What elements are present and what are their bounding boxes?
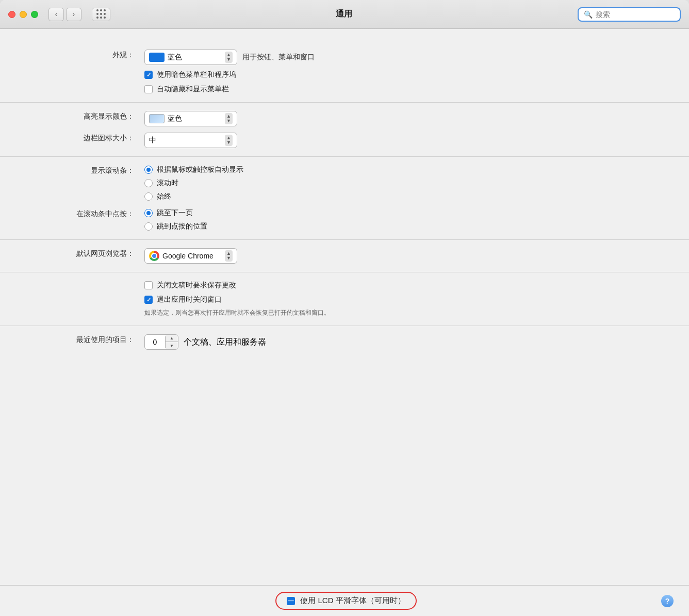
scrollbar-controls: 根据鼠标或触控板自动显示 滚动时 始终 bbox=[144, 165, 243, 201]
quit-close-note: 如果选定，则当您再次打开应用时就不会恢复已打开的文稿和窗口。 bbox=[144, 309, 330, 317]
sidebar-size-select[interactable]: 中 ▲▼ bbox=[144, 133, 237, 148]
document-label bbox=[31, 281, 144, 282]
select-arrows: ▲▼ bbox=[225, 52, 233, 63]
auto-hide-menu-row[interactable]: 自动隐藏和显示菜单栏 bbox=[144, 85, 315, 94]
scrollbar-option2-label: 滚动时 bbox=[157, 179, 178, 188]
dark-menu-checkbox[interactable] bbox=[144, 71, 153, 79]
recent-controls: 0 ▲ ▼ 个文稿、应用和服务器 bbox=[144, 334, 266, 350]
scrollbar-option2-radio[interactable] bbox=[144, 179, 153, 187]
lcd-label: 使用 LCD 平滑字体（可用时） bbox=[300, 596, 405, 606]
traffic-lights bbox=[8, 11, 38, 18]
window-title: 通用 bbox=[117, 9, 571, 20]
highlight-label: 高亮显示颜色： bbox=[31, 111, 144, 121]
sidebar-select-arrows: ▲▼ bbox=[225, 135, 233, 146]
close-ask-label: 关闭文稿时要求保存更改 bbox=[157, 281, 236, 290]
dark-menu-label: 使用暗色菜单栏和程序坞 bbox=[157, 70, 236, 79]
sidebar-size-value: 中 bbox=[149, 136, 156, 145]
sidebar-size-controls: 中 ▲▼ bbox=[144, 133, 237, 148]
scrollbar-option1-label: 根据鼠标或触控板自动显示 bbox=[157, 165, 243, 174]
search-input[interactable] bbox=[596, 10, 675, 19]
appearance-controls: 蓝色 ▲▼ 用于按钮、菜单和窗口 使用暗色菜单栏和程序坞 自动隐藏和显示菜单栏 bbox=[144, 50, 315, 94]
recent-suffix: 个文稿、应用和服务器 bbox=[184, 337, 266, 348]
scrollbar-label: 显示滚动条： bbox=[31, 165, 144, 175]
highlight-color-select[interactable]: 蓝色 ▲▼ bbox=[144, 111, 237, 126]
appearance-section: 外观： 蓝色 ▲▼ 用于按钮、菜单和窗口 使用暗色菜单栏和程序坞 bbox=[0, 41, 689, 103]
scroll-click-option2-row[interactable]: 跳到点按的位置 bbox=[144, 222, 207, 231]
quit-close-row[interactable]: 退出应用时关闭窗口 bbox=[144, 295, 330, 304]
scroll-click-controls: 跳至下一页 跳到点按的位置 bbox=[144, 208, 207, 231]
document-controls: 关闭文稿时要求保存更改 退出应用时关闭窗口 如果选定，则当您再次打开应用时就不会… bbox=[144, 281, 330, 317]
blue-swatch bbox=[149, 53, 165, 62]
recent-value: 0 bbox=[145, 336, 166, 348]
search-box[interactable]: 🔍 bbox=[578, 7, 681, 22]
browser-select[interactable]: Google Chrome ▲▼ bbox=[144, 248, 237, 264]
highlight-color-label: 蓝色 bbox=[168, 114, 182, 123]
scrollbar-option1-row[interactable]: 根据鼠标或触控板自动显示 bbox=[144, 165, 243, 174]
auto-hide-menu-label: 自动隐藏和显示菜单栏 bbox=[157, 85, 229, 94]
browser-select-arrows: ▲▼ bbox=[225, 250, 233, 262]
titlebar: ‹ › 通用 🔍 bbox=[0, 0, 689, 29]
back-button[interactable]: ‹ bbox=[48, 8, 64, 21]
browser-label: 默认网页浏览器： bbox=[31, 248, 144, 258]
auto-hide-menu-checkbox[interactable] bbox=[144, 85, 153, 93]
quit-close-label: 退出应用时关闭窗口 bbox=[157, 295, 222, 304]
scroll-click-option1-row[interactable]: 跳至下一页 bbox=[144, 208, 207, 218]
stepper-down[interactable]: ▼ bbox=[166, 342, 178, 349]
recent-row: 最近使用的项目： 0 ▲ ▼ 个文稿、应用和服务器 bbox=[31, 334, 658, 350]
grid-button[interactable] bbox=[92, 8, 110, 21]
scroll-click-option2-radio[interactable] bbox=[144, 222, 153, 231]
scrollbar-section: 显示滚动条： 根据鼠标或触控板自动显示 滚动时 始终 bbox=[0, 157, 689, 240]
bottom-bar: 使用 LCD 平滑字体（可用时） ? bbox=[0, 585, 689, 616]
recent-label: 最近使用的项目： bbox=[31, 334, 144, 345]
document-row: 关闭文稿时要求保存更改 退出应用时关闭窗口 如果选定，则当您再次打开应用时就不会… bbox=[31, 281, 658, 317]
quit-close-checkbox[interactable] bbox=[144, 296, 153, 304]
search-icon: 🔍 bbox=[584, 10, 593, 19]
forward-button[interactable]: › bbox=[66, 8, 81, 21]
dark-menu-row[interactable]: 使用暗色菜单栏和程序坞 bbox=[144, 70, 315, 79]
document-section: 关闭文稿时要求保存更改 退出应用时关闭窗口 如果选定，则当您再次打开应用时就不会… bbox=[0, 272, 689, 326]
close-button[interactable] bbox=[8, 11, 15, 18]
scrollbar-row: 显示滚动条： 根据鼠标或触控板自动显示 滚动时 始终 bbox=[31, 165, 658, 201]
scroll-click-row: 在滚动条中点按： 跳至下一页 跳到点按的位置 bbox=[31, 208, 658, 231]
system-preferences-window: ‹ › 通用 🔍 外观： bbox=[0, 0, 689, 616]
scrollbar-option2-row[interactable]: 滚动时 bbox=[144, 179, 243, 188]
recent-stepper[interactable]: 0 ▲ ▼ bbox=[144, 334, 178, 350]
browser-controls: Google Chrome ▲▼ bbox=[144, 248, 237, 264]
appearance-color-select[interactable]: 蓝色 ▲▼ bbox=[144, 50, 237, 65]
scrollbar-option3-row[interactable]: 始终 bbox=[144, 192, 243, 201]
highlight-select-arrows: ▲▼ bbox=[225, 113, 233, 124]
browser-row: 默认网页浏览器： Google Chrome ▲▼ bbox=[31, 248, 658, 264]
close-ask-checkbox[interactable] bbox=[144, 281, 153, 289]
appearance-color-row: 蓝色 ▲▼ 用于按钮、菜单和窗口 bbox=[144, 50, 315, 65]
close-ask-row[interactable]: 关闭文稿时要求保存更改 bbox=[144, 281, 330, 290]
scrollbar-option1-radio[interactable] bbox=[144, 166, 153, 174]
scroll-click-option2-label: 跳到点按的位置 bbox=[157, 222, 207, 231]
sidebar-size-label: 边栏图标大小： bbox=[31, 133, 144, 143]
scroll-click-label: 在滚动条中点按： bbox=[31, 208, 144, 219]
sidebar-size-row: 边栏图标大小： 中 ▲▼ bbox=[31, 133, 658, 148]
appearance-color-label: 蓝色 bbox=[168, 53, 182, 62]
grid-icon bbox=[96, 9, 106, 19]
lcd-section: 使用 LCD 平滑字体（可用时） bbox=[275, 592, 416, 610]
stepper-arrows: ▲ ▼ bbox=[166, 335, 178, 349]
minimize-button[interactable] bbox=[20, 11, 27, 18]
appearance-color-description: 用于按钮、菜单和窗口 bbox=[242, 53, 315, 62]
highlight-section: 高亮显示颜色： 蓝色 ▲▼ 边栏图标大小： 中 ▲▼ bbox=[0, 103, 689, 157]
browser-section: 默认网页浏览器： Google Chrome ▲▼ bbox=[0, 240, 689, 272]
scroll-click-option1-radio[interactable] bbox=[144, 209, 153, 217]
highlight-row: 高亮显示颜色： 蓝色 ▲▼ bbox=[31, 111, 658, 126]
highlight-swatch bbox=[149, 114, 165, 123]
maximize-button[interactable] bbox=[31, 11, 38, 18]
stepper-up[interactable]: ▲ bbox=[166, 335, 178, 342]
chrome-icon bbox=[149, 251, 159, 261]
appearance-label: 外观： bbox=[31, 50, 144, 60]
scrollbar-option3-label: 始终 bbox=[157, 192, 171, 201]
lcd-checkbox[interactable] bbox=[287, 597, 295, 605]
scrollbar-option3-radio[interactable] bbox=[144, 192, 153, 201]
recent-section: 最近使用的项目： 0 ▲ ▼ 个文稿、应用和服务器 bbox=[0, 326, 689, 358]
help-button[interactable]: ? bbox=[661, 595, 674, 607]
browser-name: Google Chrome bbox=[162, 252, 214, 260]
highlight-controls: 蓝色 ▲▼ bbox=[144, 111, 237, 126]
nav-buttons: ‹ › bbox=[48, 8, 81, 21]
content-area: 外观： 蓝色 ▲▼ 用于按钮、菜单和窗口 使用暗色菜单栏和程序坞 bbox=[0, 29, 689, 585]
